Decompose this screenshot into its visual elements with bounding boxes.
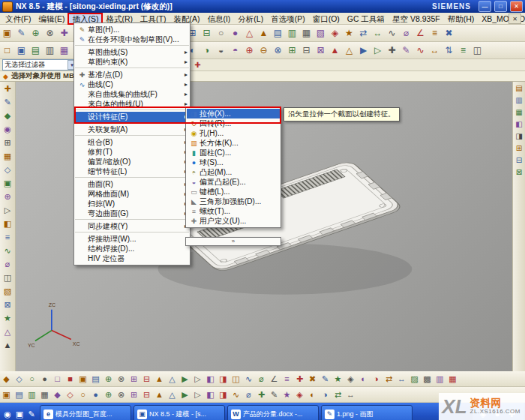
toolbar-icon[interactable]: ⇄: [382, 373, 395, 385]
toolbar-icon[interactable]: △: [166, 388, 178, 400]
toolbar-icon[interactable]: ▷: [1, 203, 14, 217]
toolbar-icon[interactable]: ◧: [514, 118, 524, 130]
toolbar-icon[interactable]: ✎: [1, 95, 14, 109]
toolbar-icon[interactable]: ⊗: [271, 44, 285, 57]
toolbar-icon[interactable]: ▣: [14, 44, 28, 57]
submenu-item[interactable]: ● 球(S)...: [187, 158, 280, 167]
toolbar-icon[interactable]: ⊕: [102, 373, 115, 385]
menu-bar-item[interactable]: 帮助(H): [444, 14, 478, 24]
toolbar-icon[interactable]: ⊠: [1, 298, 14, 311]
insert-menu-item[interactable]: 偏置/缩放(O) ▸: [75, 157, 189, 166]
insert-menu-item[interactable]: 修剪(T) ▸: [75, 147, 189, 157]
insert-menu-item[interactable]: 曲面(R) ▸: [75, 179, 189, 189]
taskbar-button[interactable]: ▣ NX 8.5 - 建模 - [s...: [134, 405, 225, 420]
taskbar-button[interactable]: e 模具分型图_百度...: [40, 405, 131, 420]
quick-launch-icon[interactable]: ◉: [2, 408, 14, 420]
toolbar-icon[interactable]: ★: [332, 373, 344, 385]
toolbar-icon[interactable]: ◆: [0, 373, 13, 385]
toolbar-icon[interactable]: □: [51, 373, 64, 385]
toolbar-icon[interactable]: ↔: [428, 44, 442, 57]
toolbar-icon[interactable]: ▥: [434, 373, 446, 385]
toolbar-icon[interactable]: ◑: [319, 388, 332, 400]
insert-menu-item[interactable]: 扫掠(W) ▸: [75, 199, 189, 208]
toolbar-icon[interactable]: ◈: [344, 373, 357, 385]
toolbar-icon[interactable]: ⊕: [1, 190, 14, 203]
taskbar-button[interactable]: ✎ 1.png - 画图: [321, 405, 412, 420]
toolbar-icon[interactable]: ∿: [385, 26, 399, 40]
maximize-button[interactable]: □: [494, 1, 507, 12]
insert-menu-item[interactable]: 同步建模(Y) ▸: [75, 221, 189, 232]
close-button[interactable]: ✕: [510, 1, 523, 12]
submenu-item[interactable]: ▥ 长方体(K)...: [187, 138, 280, 148]
quick-launch-icon[interactable]: ▣: [14, 408, 26, 420]
submenu-item[interactable]: ◒ 偏置凸起(E)...: [187, 177, 280, 187]
toolbar-icon[interactable]: ▦: [38, 388, 51, 400]
toolbar-icon[interactable]: ∿: [1, 244, 14, 257]
toolbar-icon[interactable]: ◑: [370, 373, 382, 385]
toolbar-icon[interactable]: ◆: [51, 388, 64, 400]
toolbar-icon[interactable]: ◐: [306, 388, 319, 400]
toolbar-icon[interactable]: ◐: [357, 373, 370, 385]
menu-bar-item[interactable]: 信息(I): [203, 14, 234, 24]
toolbar-icon[interactable]: ◇: [13, 373, 26, 385]
submenu-item[interactable]: ▮ 圆柱(C)...: [187, 148, 280, 158]
toolbar-icon[interactable]: ◈: [293, 388, 306, 400]
toolbar-icon[interactable]: ⊞: [285, 44, 299, 57]
toolbar-icon[interactable]: ✚: [293, 373, 306, 385]
toolbar-icon[interactable]: ◓: [228, 44, 242, 57]
insert-menu-item[interactable]: ✎ 在任务环境中绘制草图(V)...: [75, 34, 189, 46]
toolbar-icon[interactable]: ▣: [0, 26, 14, 40]
toolbar-icon[interactable]: ◫: [470, 44, 484, 57]
toolbar-icon[interactable]: ▥: [26, 388, 38, 400]
toolbar-icon[interactable]: ✎: [399, 44, 413, 57]
toolbar-icon[interactable]: ▤: [271, 26, 285, 40]
toolbar-icon[interactable]: ▦: [299, 26, 314, 40]
toolbar-icon[interactable]: ◫: [230, 373, 242, 385]
insert-menu-item[interactable]: 草图约束(K) ▸: [75, 57, 189, 68]
toolbar-icon[interactable]: ✎: [319, 373, 332, 385]
toolbar-icon[interactable]: ◇: [64, 388, 76, 400]
toolbar-icon[interactable]: ⊟: [299, 44, 314, 57]
toolbar-icon[interactable]: ∿: [242, 373, 255, 385]
toolbar-icon[interactable]: ●: [228, 26, 242, 40]
insert-menu-item[interactable]: 网格曲面(M) ▸: [75, 189, 189, 199]
toolbar-icon[interactable]: ∠: [268, 373, 280, 385]
toolbar-icon[interactable]: ↔: [395, 373, 408, 385]
toolbar-icon[interactable]: ⊞: [128, 388, 140, 400]
toolbar-icon[interactable]: ▲: [1, 338, 14, 352]
toolbar-icon[interactable]: □: [0, 44, 14, 57]
toolbar-icon[interactable]: ⊗: [43, 26, 57, 40]
toolbar-icon[interactable]: ◨: [217, 373, 230, 385]
toolbar-icon[interactable]: ○: [214, 26, 228, 40]
toolbar-icon[interactable]: ◫: [1, 271, 14, 284]
toolbar-icon[interactable]: ⌀: [242, 388, 255, 400]
toolbar-icon[interactable]: ✚: [385, 44, 399, 57]
submenu-item[interactable]: ↻ 回转(R)...: [187, 118, 280, 128]
toolbar-icon[interactable]: ⊕: [102, 388, 115, 400]
toolbar-icon[interactable]: ▶: [178, 388, 191, 400]
toolbar-icon[interactable]: ≡: [280, 373, 293, 385]
toolbar-icon[interactable]: ≡: [1, 230, 14, 244]
document-close-icon[interactable]: ✕: [508, 14, 521, 24]
toolbar-icon[interactable]: △: [342, 44, 356, 57]
toolbar-icon[interactable]: ⊟: [514, 154, 524, 166]
toolbar-icon[interactable]: ◆: [1, 109, 14, 122]
toolbar-icon[interactable]: ▷: [191, 388, 204, 400]
menu-bar-item[interactable]: 首选项(P): [267, 14, 309, 24]
toolbar-icon[interactable]: ▦: [446, 373, 459, 385]
toolbar-icon[interactable]: ✖: [442, 26, 456, 40]
toolbar-icon[interactable]: ⊟: [140, 373, 153, 385]
toolbar-icon[interactable]: ✎: [14, 26, 28, 40]
menu-bar-item[interactable]: 窗口(O): [309, 14, 344, 24]
toolbar-icon[interactable]: ◧: [204, 388, 217, 400]
toolbar-icon[interactable]: ✚: [57, 26, 71, 40]
toolbar-icon[interactable]: ◈: [328, 26, 342, 40]
menu-bar-item[interactable]: 文件(F): [2, 14, 34, 24]
insert-menu-item[interactable]: 组合(B) ▸: [75, 137, 189, 147]
toolbar-icon[interactable]: △: [1, 325, 14, 338]
toolbar-icon[interactable]: ▦: [514, 106, 524, 118]
insert-menu-item[interactable]: ✚ 基准/点(D) ▸: [75, 70, 189, 80]
menu-bar-item[interactable]: 编辑(E): [34, 14, 68, 24]
toolbar-icon[interactable]: ↔: [344, 388, 357, 400]
toolbar-icon[interactable]: ○: [76, 388, 89, 400]
